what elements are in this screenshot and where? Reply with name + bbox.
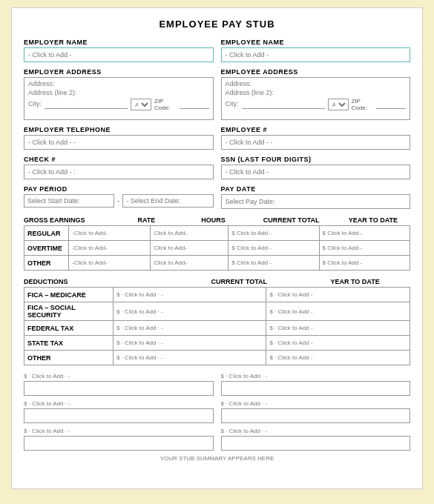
ded-current-cell-4[interactable]: $ · Click to Add · - — [114, 351, 266, 365]
deductions-label: DEDUCTIONS — [24, 278, 178, 285]
ssn-input[interactable] — [221, 165, 411, 179]
employer-address-label: EMPLOYER ADDRESS — [24, 68, 214, 76]
employee-zip-input[interactable] — [376, 101, 406, 109]
employee-address-block: Address: Address (line 2): City: A ▼ ZIP… — [221, 77, 411, 120]
earnings-hours-cell-2[interactable]: Click to Add- — [151, 256, 228, 271]
earnings-current-cell-0[interactable]: $ Click to Add - — [228, 226, 319, 241]
summary-left-1: $ · Click to Add · - — [24, 400, 214, 423]
check-input[interactable] — [24, 165, 214, 179]
earnings-current-cell-1[interactable]: $ Click to Add - — [228, 241, 319, 256]
earnings-rate-cell-2[interactable]: -Click to Add- — [69, 256, 151, 271]
summary-left-input-1[interactable] — [24, 408, 214, 423]
summary-footer-label: YOUR STUB SUMMARY APPEARS HERE — [24, 455, 410, 462]
summary-right-label-0: $ · Click to Add · - — [221, 373, 411, 379]
check-label: CHECK # — [24, 156, 214, 163]
employer-zip-label: ZIP Code: — [154, 98, 177, 111]
ded-ytd-cell-0[interactable]: $ · Click to Add - — [266, 288, 410, 302]
page-title: EMPLOYEE PAY STUB — [24, 19, 410, 30]
summary-right-input-0[interactable] — [221, 381, 411, 396]
address-row: EMPLOYER ADDRESS Address: Address (line … — [24, 68, 410, 120]
earnings-rate-cell-0[interactable]: -Click to Add- — [69, 226, 151, 241]
employer-zip-input[interactable] — [180, 101, 209, 109]
earnings-ytd-cell-1[interactable]: $ Click to Add - — [319, 241, 410, 256]
ded-row-label-0: FICA – MEDICARE — [24, 288, 114, 302]
pay-period-end-input[interactable] — [122, 194, 213, 208]
period-date-row: PAY PERIOD - PAY DATE — [24, 185, 410, 209]
check-ssn-row: CHECK # SSN (LAST FOUR DIGITS) — [24, 156, 410, 179]
summary-right-input-1[interactable] — [221, 408, 411, 423]
deductions-row: FICA – MEDICARE $ · Click to Add · - $ ·… — [24, 288, 410, 302]
employer-address-block: Address: Address (line 2): City: A ▼ ZIP… — [24, 77, 214, 120]
employee-address-label: EMPLOYEE ADDRESS — [221, 68, 411, 76]
employee-name-col: EMPLOYEE NAME — [221, 39, 411, 62]
employee-number-col: EMPLOYEE # — [221, 126, 411, 150]
summary-left-input-0[interactable] — [24, 381, 214, 396]
period-dash: - — [117, 197, 119, 205]
pay-stub-page: EMPLOYEE PAY STUB EMPLOYER NAME EMPLOYEE… — [11, 7, 423, 489]
earnings-hours-cell-0[interactable]: Click to Add- — [151, 226, 228, 241]
check-col: CHECK # — [24, 156, 214, 179]
name-row: EMPLOYER NAME EMPLOYEE NAME — [24, 39, 410, 62]
pay-date-col: PAY DATE — [221, 185, 411, 209]
earnings-section: GROSS EARNINGS RATE HOURS CURRENT TOTAL … — [24, 216, 410, 271]
deductions-row: STATE TAX $ · Click to Add · - $ · Click… — [24, 336, 410, 351]
employee-state-select[interactable]: A ▼ — [328, 99, 349, 110]
deductions-row: OTHER $ · Click to Add · - $ · Click to … — [24, 351, 410, 365]
ded-ytd-cell-4[interactable]: $ · Click to Add - — [266, 351, 410, 365]
employer-telephone-label: EMPLOYER TELEPHONE — [24, 126, 214, 133]
pay-period-start-input[interactable] — [24, 194, 114, 208]
employee-number-input[interactable] — [221, 135, 411, 150]
employee-city-input[interactable] — [242, 101, 325, 109]
deductions-row: FICA – SOCIAL SECURITY $ · Click to Add … — [24, 302, 410, 321]
ded-ytd-cell-1[interactable]: $ · Click to Add - — [266, 302, 410, 321]
earnings-row-label-0: REGULAR — [24, 226, 69, 241]
pay-period-col: PAY PERIOD - — [24, 185, 214, 209]
ded-current-cell-3[interactable]: $ · Click to Add · - — [114, 336, 266, 351]
ded-row-label-4: OTHER — [24, 351, 114, 365]
employee-name-label: EMPLOYEE NAME — [221, 39, 411, 46]
employer-name-input[interactable] — [24, 47, 214, 62]
ded-current-cell-1[interactable]: $ · Click to Add · - — [114, 302, 266, 321]
deductions-header: DEDUCTIONS CURRENT TOTAL YEAR TO DATE — [24, 278, 410, 285]
earnings-row: REGULAR -Click to Add- Click to Add- $ C… — [24, 226, 410, 241]
employer-name-label: EMPLOYER NAME — [24, 39, 214, 46]
employer-telephone-input[interactable] — [24, 135, 214, 150]
ded-current-cell-0[interactable]: $ · Click to Add · - — [114, 288, 266, 302]
deductions-table: FICA – MEDICARE $ · Click to Add · - $ ·… — [24, 287, 410, 365]
employer-state-select[interactable]: A ▼ — [131, 99, 151, 110]
earnings-current-cell-2[interactable]: $ Click to Add - — [228, 256, 319, 271]
pay-period-label: PAY PERIOD — [24, 185, 214, 193]
earnings-rate-cell-1[interactable]: -Click to Add- — [69, 241, 151, 256]
ded-row-label-3: STATE TAX — [24, 336, 114, 351]
summary-row-0: $ · Click to Add · - $ · Click to Add · … — [24, 373, 410, 396]
summary-left-label-0: $ · Click to Add · - — [24, 373, 214, 379]
pay-date-label: PAY DATE — [221, 185, 411, 193]
summary-left-label-1: $ · Click to Add · - — [24, 400, 214, 407]
summary-right-label-2: $ · Click to Add · - — [221, 428, 411, 434]
employee-name-input[interactable] — [221, 47, 411, 62]
pay-date-input[interactable] — [221, 194, 411, 209]
pay-period-inputs: - — [24, 194, 214, 208]
summary-right-2: $ · Click to Add · - — [221, 428, 411, 451]
summary-right-input-2[interactable] — [221, 436, 411, 451]
earnings-hours-label: HOURS — [180, 216, 246, 224]
earnings-ytd-cell-0[interactable]: $ Click to Add - — [319, 226, 410, 241]
employer-addr-line1: Address: — [28, 80, 209, 87]
summary-left-0: $ · Click to Add · - — [24, 373, 214, 396]
earnings-gross-label: GROSS EARNINGS — [24, 216, 113, 224]
earnings-header: GROSS EARNINGS RATE HOURS CURRENT TOTAL … — [24, 216, 410, 224]
ded-ytd-cell-3[interactable]: $ · Click to Add - — [266, 336, 410, 351]
earnings-hours-cell-1[interactable]: Click to Add- — [151, 241, 228, 256]
employer-city-input[interactable] — [45, 101, 128, 109]
summary-left-input-2[interactable] — [24, 436, 214, 451]
employee-number-label: EMPLOYEE # — [221, 126, 411, 133]
employer-address-col: EMPLOYER ADDRESS Address: Address (line … — [24, 68, 214, 120]
earnings-ytd-cell-2[interactable]: $ Click to Add - — [319, 256, 410, 271]
summary-right-0: $ · Click to Add · - — [221, 373, 411, 396]
earnings-row-label-2: OTHER — [24, 256, 69, 271]
ded-current-cell-2[interactable]: $ · Click to Add · - — [114, 321, 266, 336]
earnings-rate-label: RATE — [113, 216, 180, 224]
earnings-ytd-label: YEAR TO DATE — [336, 216, 410, 224]
ded-ytd-cell-2[interactable]: $ · Click to Add - — [266, 321, 410, 336]
ssn-col: SSN (LAST FOUR DIGITS) — [221, 156, 411, 179]
